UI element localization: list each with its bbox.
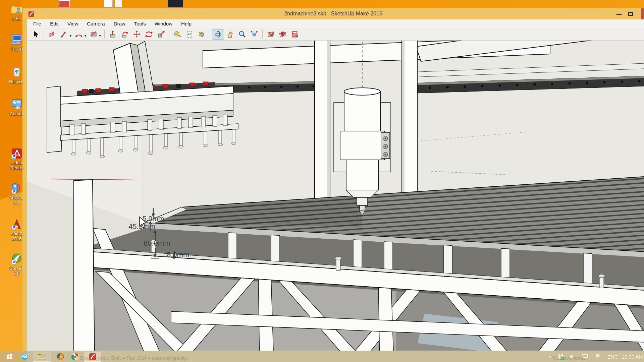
follow-me-tool-button[interactable] — [119, 29, 131, 40]
line-tool-button[interactable] — [58, 29, 70, 40]
desktop-icon-control-panel[interactable]: Control — [3, 98, 22, 116]
desktop-shortcut-partial — [168, 0, 183, 7]
folder-icon — [10, 3, 22, 15]
flag-icon — [595, 353, 601, 360]
orbit-tool-button[interactable] — [212, 29, 224, 40]
desktop-top-strip — [0, 0, 644, 8]
desktop: DEL This P Recycle Control — [0, 0, 22, 362]
taskbar: ENG 10:30 AM — [0, 351, 644, 362]
menu-tools[interactable]: Tools — [130, 19, 150, 28]
push-pull-tool-button[interactable] — [107, 29, 119, 40]
eraser-icon — [48, 30, 56, 38]
zoom-extents-button[interactable] — [248, 29, 260, 40]
zoom-icon — [238, 30, 246, 38]
extension-warehouse-button[interactable] — [277, 29, 289, 40]
rectangle-icon — [90, 30, 98, 38]
tape-measure-icon — [173, 30, 181, 38]
network-display-icon — [581, 353, 589, 360]
pan-tool-button[interactable] — [224, 29, 236, 40]
dropbox-tray-icon[interactable] — [556, 352, 566, 362]
menu-edit[interactable]: Edit — [46, 19, 63, 28]
taskbar-internet-explorer[interactable] — [19, 352, 31, 362]
menu-file[interactable]: File — [29, 19, 46, 28]
taskbar-sketchup[interactable] — [84, 352, 101, 362]
select-tool-button[interactable] — [30, 29, 42, 40]
scale-tool-button[interactable] — [155, 29, 167, 40]
taskbar-chrome[interactable] — [69, 352, 81, 362]
svg-text:80.0mm: 80.0mm — [144, 239, 170, 247]
control-panel-icon — [10, 98, 22, 111]
toolbar-divider — [169, 30, 169, 39]
arc-tool-button[interactable] — [73, 29, 85, 40]
menu-help[interactable]: Help — [177, 19, 196, 28]
adobe-reader-icon — [11, 147, 22, 160]
arc-icon — [75, 30, 83, 38]
chevron-up-icon — [548, 354, 552, 359]
share-model-button[interactable] — [289, 29, 301, 40]
maximize-button[interactable] — [626, 8, 636, 20]
desktop-icon-label: DEL — [3, 16, 22, 21]
menu-view[interactable]: View — [63, 19, 83, 28]
clock[interactable]: 10:30 AM — [621, 352, 643, 362]
desktop-icon-user-folder[interactable]: DEL — [3, 3, 22, 21]
rectangle-tool-button[interactable] — [88, 29, 100, 40]
frame-left-post — [74, 180, 95, 362]
window-title: 2ndmachine3.skb - SketchUp Make 2016 — [284, 11, 382, 17]
desktop-icon-label: 2016 — [3, 236, 22, 241]
desktop-icon-label: Reade — [3, 165, 22, 170]
tape-measure-tool-button[interactable] — [171, 29, 183, 40]
toolbar-divider — [262, 30, 263, 39]
toolbar-divider — [104, 30, 105, 39]
autocad-icon — [11, 219, 22, 231]
select-arrow-icon — [32, 30, 40, 38]
zoom-tool-button[interactable] — [236, 29, 248, 40]
desktop-icon-label: 9.1 — [3, 200, 22, 205]
close-button[interactable] — [641, 8, 644, 20]
language-indicator[interactable]: ENG — [605, 352, 621, 362]
minimize-button[interactable] — [614, 8, 624, 20]
toolbar: ▼ ▼ ▼ — [27, 28, 644, 41]
share-model-icon — [291, 30, 299, 38]
model-viewport[interactable]: 5.0mm 45.3mm 80.0mm 8.0mm — [27, 41, 644, 362]
taskbar-firefox[interactable] — [54, 352, 66, 362]
menubar: File Edit View Camera Draw Tools Window … — [27, 19, 644, 28]
menu-window[interactable]: Window — [150, 19, 177, 28]
volume-tray-icon[interactable] — [568, 352, 577, 362]
start-button[interactable] — [3, 352, 15, 362]
toolbar-divider — [210, 30, 210, 39]
arc-tool-dropdown[interactable]: ▼ — [84, 34, 87, 38]
network-tray-icon[interactable] — [580, 352, 590, 362]
line-tool-dropdown[interactable]: ▼ — [69, 34, 72, 38]
desktop-icon-recycle-bin[interactable]: Recycle — [3, 65, 22, 84]
move-tool-button[interactable] — [131, 29, 143, 40]
desktop-icon-autocad[interactable]: AutoC 2016 — [3, 219, 22, 241]
rotate-tool-button[interactable] — [143, 29, 155, 40]
desktop-icon-adobe-reader[interactable]: Adob Reade — [3, 147, 22, 170]
dropbox-icon — [557, 353, 564, 360]
internet-explorer-icon — [20, 352, 29, 361]
action-center-flag-icon[interactable] — [593, 352, 603, 362]
computer-icon — [10, 33, 22, 46]
menu-draw[interactable]: Draw — [109, 19, 130, 28]
desktop-icon-coreldraw[interactable]: CorelDI X6 — [3, 253, 22, 276]
toolbar-divider — [44, 30, 44, 39]
menu-camera[interactable]: Camera — [83, 19, 109, 28]
eraser-tool-button[interactable] — [46, 29, 58, 40]
desktop-shortcut-partial — [104, 0, 113, 7]
ruby-gem-icon — [279, 30, 287, 38]
recycle-bin-icon — [10, 65, 22, 78]
desktop-icon-artcam[interactable]: ArtCAM 9.1 — [3, 183, 22, 205]
taskbar-file-explorer[interactable] — [33, 352, 51, 362]
3d-warehouse-button[interactable] — [265, 29, 277, 40]
desktop-icon-this-pc[interactable]: This P — [3, 33, 22, 52]
rectangle-tool-dropdown[interactable]: ▼ — [99, 34, 102, 38]
paint-bucket-tool-button[interactable] — [196, 29, 208, 40]
sketchup-window: 2ndmachine3.skb - SketchUp Make 2016 Fil… — [22, 8, 644, 362]
model-scene: 5.0mm 45.3mm 80.0mm 8.0mm — [27, 41, 644, 362]
file-explorer-icon — [38, 352, 46, 361]
desktop-icon-label: Recycle — [3, 79, 22, 84]
titlebar[interactable]: 2ndmachine3.skb - SketchUp Make 2016 — [22, 8, 644, 19]
text-tool-button[interactable]: A1 — [183, 29, 196, 40]
hidden-icons-chevron[interactable] — [546, 352, 554, 362]
zoom-extents-icon — [250, 30, 258, 38]
